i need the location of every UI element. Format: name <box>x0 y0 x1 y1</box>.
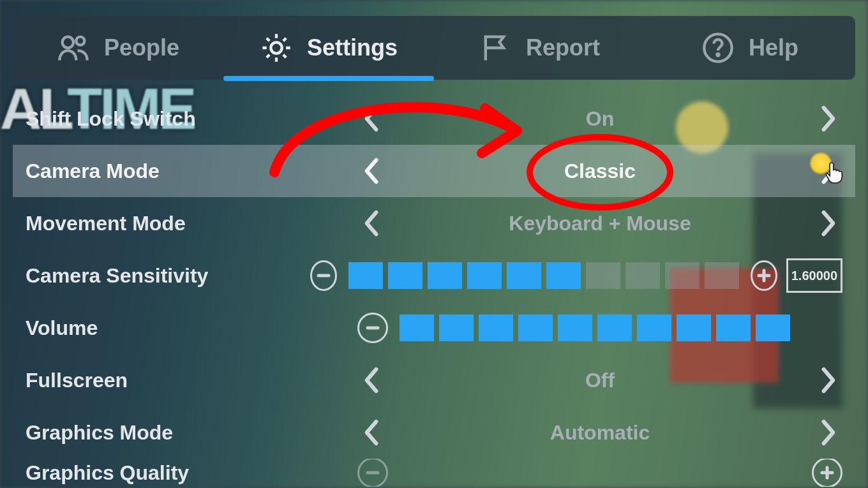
tab-settings[interactable]: Settings <box>223 16 434 80</box>
next-arrow[interactable] <box>814 157 842 185</box>
next-arrow[interactable] <box>814 418 842 447</box>
setting-label: Graphics Quality <box>26 461 357 485</box>
slider-segment[interactable] <box>756 314 790 341</box>
prev-arrow[interactable] <box>357 157 385 185</box>
increase-button[interactable] <box>812 459 842 487</box>
setting-graphics-mode: Graphics Mode Automatic <box>13 406 855 459</box>
decrease-button[interactable] <box>357 459 388 487</box>
plus-icon <box>820 466 834 480</box>
gear-icon <box>260 31 293 64</box>
setting-label: Graphics Mode <box>26 421 357 445</box>
setting-value: Off <box>385 369 814 392</box>
sensitivity-value[interactable]: 1.60000 <box>786 258 842 293</box>
slider-segment[interactable] <box>428 262 462 289</box>
setting-value: Keyboard + Mouse <box>385 212 814 235</box>
slider-segment[interactable] <box>439 314 474 341</box>
setting-volume: Volume <box>13 302 855 354</box>
prev-arrow[interactable] <box>357 366 385 394</box>
minus-icon <box>317 269 331 283</box>
slider-segment[interactable] <box>558 314 592 341</box>
slider-segment[interactable] <box>586 262 620 289</box>
svg-point-0 <box>63 37 73 48</box>
slider-segment[interactable] <box>348 262 383 289</box>
slider-segment[interactable] <box>507 262 541 289</box>
plus-icon <box>757 269 771 283</box>
prev-arrow[interactable] <box>357 209 385 237</box>
tab-help[interactable]: Help <box>645 16 855 80</box>
prev-arrow[interactable] <box>357 105 385 133</box>
tab-people[interactable]: People <box>13 16 223 80</box>
slider-segment[interactable] <box>637 314 671 341</box>
tab-report[interactable]: Report <box>434 16 645 80</box>
flag-icon <box>479 31 512 64</box>
svg-point-2 <box>271 42 281 53</box>
decrease-button[interactable] <box>310 260 337 291</box>
volume-slider[interactable] <box>400 314 790 341</box>
next-arrow[interactable] <box>814 105 842 133</box>
active-tab-underline <box>223 76 434 81</box>
setting-movement-mode: Movement Mode Keyboard + Mouse <box>13 197 855 249</box>
menu-tabbar: People Settings Report Help <box>13 16 855 80</box>
minus-icon <box>366 466 380 480</box>
help-icon <box>701 31 735 64</box>
slider-segment[interactable] <box>388 262 423 289</box>
slider-segment[interactable] <box>705 262 739 289</box>
tab-label: Help <box>749 34 798 61</box>
slider-segment[interactable] <box>546 262 581 289</box>
setting-value: Automatic <box>385 421 814 445</box>
setting-label: Volume <box>26 316 357 340</box>
setting-label: Camera Sensitivity <box>26 264 310 288</box>
sensitivity-slider[interactable] <box>348 262 739 289</box>
settings-panel: Shift Lock Switch On Camera Mode Classic… <box>13 92 855 488</box>
slider-segment[interactable] <box>716 314 751 341</box>
increase-button[interactable] <box>751 260 777 291</box>
decrease-button[interactable] <box>357 313 388 343</box>
slider-segment[interactable] <box>665 262 700 289</box>
tab-label: People <box>104 34 179 61</box>
setting-fullscreen: Fullscreen Off <box>13 354 855 406</box>
slider-segment[interactable] <box>625 262 660 289</box>
slider-segment[interactable] <box>479 314 513 341</box>
prev-arrow[interactable] <box>357 418 385 447</box>
slider-segment[interactable] <box>677 314 711 341</box>
setting-camera-mode: Camera Mode Classic <box>13 145 855 197</box>
setting-label: Shift Lock Switch <box>26 107 357 131</box>
svg-point-4 <box>717 54 719 55</box>
setting-label: Camera Mode <box>26 159 357 183</box>
setting-label: Movement Mode <box>26 212 357 235</box>
slider-segment[interactable] <box>467 262 502 289</box>
tab-label: Report <box>526 34 600 61</box>
setting-shift-lock: Shift Lock Switch On <box>13 92 855 145</box>
people-icon <box>57 31 90 64</box>
next-arrow[interactable] <box>814 209 842 237</box>
next-arrow[interactable] <box>814 366 842 394</box>
tab-label: Settings <box>307 34 398 61</box>
slider-segment[interactable] <box>518 314 553 341</box>
svg-point-1 <box>76 37 84 45</box>
setting-value: On <box>385 107 814 131</box>
setting-value: Classic <box>385 159 814 183</box>
setting-camera-sensitivity: Camera Sensitivity 1.60000 <box>13 249 855 302</box>
slider-segment[interactable] <box>597 314 632 341</box>
setting-label: Fullscreen <box>26 369 357 392</box>
minus-icon <box>366 321 380 335</box>
setting-graphics-quality: Graphics Quality <box>13 459 855 487</box>
slider-segment[interactable] <box>400 314 434 341</box>
